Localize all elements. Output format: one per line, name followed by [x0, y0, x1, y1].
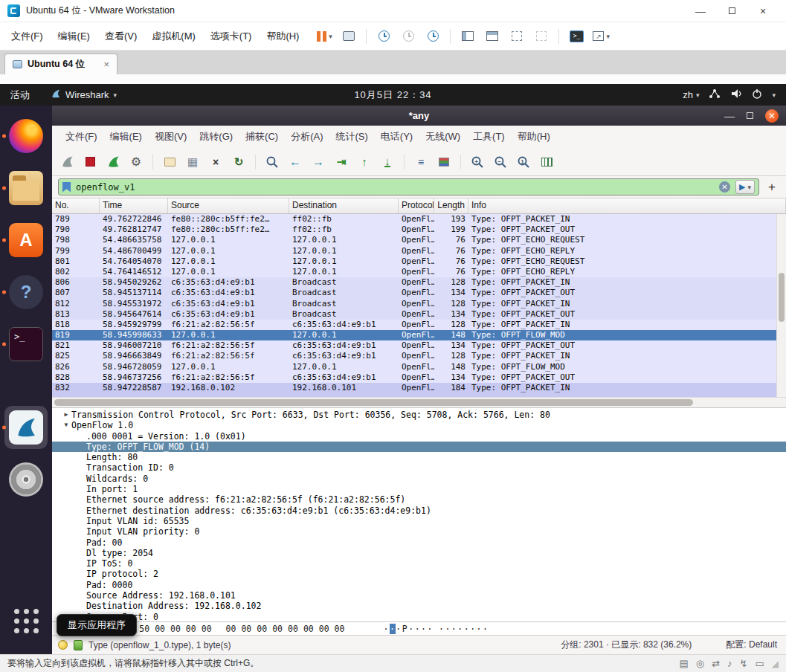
start-capture-icon[interactable] [58, 153, 76, 171]
hex-byte[interactable]: 00 [271, 624, 283, 634]
detail-row[interactable]: Source Port: 0 [52, 612, 786, 621]
go-back-icon[interactable]: ← [286, 153, 304, 171]
dock-item-help[interactable]: ? [0, 266, 52, 318]
packet-row[interactable]: 82858.946737256f6:21:a2:82:56:5fc6:35:63… [52, 372, 786, 383]
vmware-menu-item[interactable]: 帮助(H) [260, 27, 306, 46]
detail-row[interactable]: Length: 80 [52, 452, 786, 462]
wireshark-minimize-button[interactable]: — [724, 110, 735, 122]
find-packet-icon[interactable] [263, 153, 281, 171]
packet-row[interactable]: 79854.486635758127.0.0.1127.0.0.1OpenFl…… [52, 235, 786, 245]
send-ctrl-alt-del-button[interactable] [339, 27, 358, 46]
detail-row[interactable]: Ethernet destination address: c6:35:63:d… [52, 505, 786, 516]
zoom-out-icon[interactable]: − [492, 153, 509, 171]
wireshark-maximize-button[interactable] [747, 112, 753, 119]
wireshark-menu-item[interactable]: 捕获(C) [239, 127, 284, 146]
detail-row[interactable]: Pad: 0000 [52, 580, 786, 590]
open-file-icon[interactable] [161, 153, 178, 171]
profile-text[interactable]: 配置: Default [726, 639, 777, 651]
packet-row[interactable]: 80658.945029262c6:35:63:d4:e9:b1Broadcas… [52, 277, 786, 288]
usb-icon[interactable]: ↯ [740, 658, 748, 669]
hex-byte[interactable]: 00 [185, 624, 197, 634]
zoom-in-icon[interactable]: + [468, 153, 486, 171]
packet-row[interactable]: 82558.946663849f6:21:a2:82:56:5fc6:35:63… [52, 351, 786, 361]
dock-item-show-apps[interactable] [0, 595, 52, 647]
column-header[interactable]: Protocol [399, 198, 434, 213]
app-menu-button[interactable]: Wireshark ▾ [51, 88, 117, 101]
snapshot-take-button[interactable] [374, 27, 393, 46]
vmware-minimize-button[interactable]: — [685, 1, 716, 22]
vmware-menu-item[interactable]: 查看(V) [98, 27, 144, 46]
capture-options-icon[interactable]: ⚙ [127, 153, 145, 171]
clear-filter-icon[interactable]: ✕ [719, 181, 730, 193]
hex-byte[interactable]: 00 [154, 624, 166, 634]
hex-byte[interactable]: 50 [138, 624, 150, 634]
vmware-menu-item[interactable]: 编辑(E) [51, 27, 97, 46]
packet-row[interactable]: 82158.946007210f6:21:a2:82:56:5fc6:35:63… [52, 340, 786, 351]
detail-row[interactable]: IP ToS: 0 [52, 558, 786, 569]
packet-row[interactable]: 78949.762722846fe80::280c:b5ff:fe2…ff02:… [52, 214, 786, 224]
console-view-button[interactable] [507, 27, 526, 46]
column-header[interactable]: Destination [289, 198, 399, 213]
go-first-icon[interactable]: ↑ [355, 153, 373, 171]
hex-byte[interactable]: 00 [318, 624, 330, 634]
packet-row[interactable]: 81358.945647614c6:35:63:d4:e9:b1Broadcas… [52, 309, 786, 320]
packet-row[interactable]: 79049.762812747fe80::280c:b5ff:fe2…ff02:… [52, 224, 786, 235]
show-library-button[interactable] [458, 27, 477, 46]
vmware-menu-item[interactable]: 文件(F) [4, 27, 50, 46]
stop-capture-icon[interactable] [81, 153, 99, 171]
hex-byte[interactable]: 00 [256, 624, 268, 634]
wireshark-titlebar[interactable]: *any — ✕ [52, 106, 786, 126]
detail-row[interactable]: Destination Address: 192.168.0.102 [52, 601, 786, 611]
detail-row[interactable]: Wildcards: 0 [52, 474, 786, 484]
detail-row[interactable]: Input VLAN priority: 0 [52, 526, 786, 537]
snapshot-revert-button[interactable] [399, 27, 418, 46]
detail-row[interactable]: IP protocol: 2 [52, 569, 786, 579]
detail-row[interactable]: ▼OpenFlow 1.0 [52, 420, 786, 430]
hard-disk-icon[interactable]: ▤ [680, 658, 689, 669]
dock-item-wireshark[interactable] [0, 401, 52, 453]
dock-item-files[interactable] [0, 162, 52, 214]
vmware-close-button[interactable]: × [747, 1, 779, 22]
auto-scroll-icon[interactable]: ≡ [412, 153, 430, 171]
detail-row[interactable]: Type: OFPT_FLOW_MOD (14) [52, 442, 786, 452]
go-forward-icon[interactable]: → [309, 153, 327, 171]
vm-tab-close-button[interactable]: × [103, 59, 109, 70]
show-thumbnail-bar-button[interactable] [483, 27, 502, 46]
apply-filter-button[interactable]: ▶▾ [735, 180, 755, 194]
packet-row[interactable]: 80154.764054070127.0.0.1127.0.0.1OpenFl…… [52, 256, 786, 267]
restart-capture-icon[interactable] [104, 153, 122, 171]
close-file-icon[interactable]: × [207, 153, 225, 171]
column-header[interactable]: Source [168, 198, 289, 213]
wireshark-close-button[interactable]: ✕ [765, 109, 779, 123]
go-to-packet-icon[interactable]: ⇥ [332, 153, 350, 171]
display-filter-input[interactable] [76, 182, 714, 193]
printer-icon[interactable]: ▭ [755, 658, 764, 669]
dock-item-firefox[interactable] [0, 110, 52, 162]
vmware-menu-item[interactable]: 选项卡(T) [204, 27, 259, 46]
power-icon[interactable] [752, 88, 762, 101]
wireshark-menu-item[interactable]: 编辑(E) [104, 127, 148, 146]
suspend-button[interactable]: ▾ [315, 27, 334, 46]
expander-icon[interactable]: ▼ [61, 420, 71, 430]
column-header[interactable]: Length [434, 198, 468, 213]
detail-row[interactable]: ▶Transmission Control Protocol, Src Port… [52, 410, 786, 420]
scrollbar-thumb[interactable] [779, 273, 785, 322]
vertical-scrollbar[interactable] [776, 214, 786, 397]
wireshark-menu-item[interactable]: 无线(W) [419, 127, 466, 146]
packet-row[interactable]: 82658.946728059127.0.0.1127.0.0.1OpenFl…… [52, 362, 786, 372]
detail-row[interactable]: Dl type: 2054 [52, 548, 786, 558]
horizontal-scrollbar[interactable] [52, 397, 786, 407]
wireshark-menu-item[interactable]: 跳转(G) [193, 127, 239, 146]
terminal-view-button[interactable]: >_ [567, 27, 586, 46]
save-file-icon[interactable]: ▦ [184, 153, 202, 171]
clock[interactable]: 10月5日 22：34 [354, 88, 431, 102]
display-filter-field[interactable]: ✕ ▶▾ [58, 178, 759, 196]
wireshark-menu-item[interactable]: 视图(V) [149, 127, 193, 146]
colorize-icon[interactable] [435, 153, 453, 171]
fullscreen-button[interactable]: ↗▾ [591, 27, 611, 46]
system-menu-chevron-icon[interactable]: ▾ [772, 91, 776, 99]
add-filter-button[interactable]: + [764, 179, 780, 196]
activities-button[interactable]: 活动 [10, 88, 30, 102]
hex-byte[interactable]: 00 [201, 624, 213, 634]
detail-row[interactable]: Ethernet source address: f6:21:a2:82:56:… [52, 494, 786, 505]
